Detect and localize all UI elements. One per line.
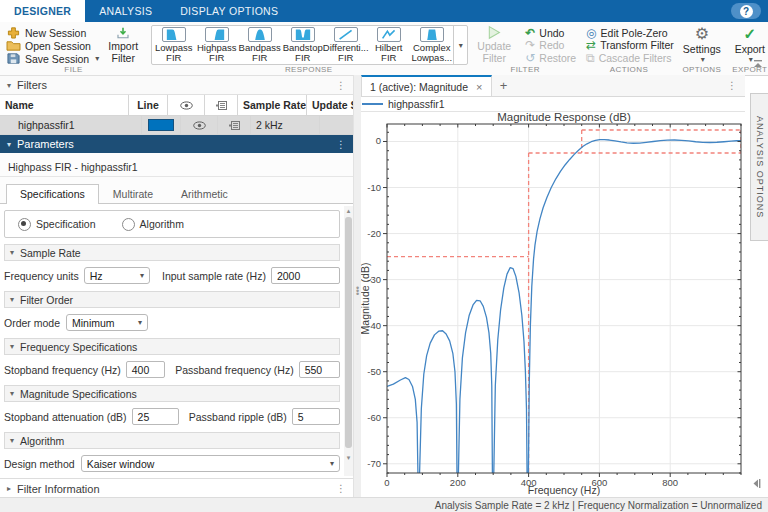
cascade-filters-button[interactable]: ⧉ Cascade Filters: [586, 52, 674, 64]
analysis-pane: 1 (active): Magnitude × + ⋮ highpassfir1…: [361, 75, 745, 498]
import-filter-button[interactable]: Import Filter: [101, 26, 145, 64]
magnitude-specs-section-header[interactable]: ▾ Magnitude Specifications: [4, 385, 340, 402]
sample-rate-section-header[interactable]: ▾ Sample Rate: [4, 244, 340, 261]
save-dropdown-icon[interactable]: ▾: [95, 54, 99, 63]
column-line[interactable]: Line: [129, 95, 168, 115]
svg-text:Magnitude (dB): Magnitude (dB): [361, 263, 371, 335]
complex-lowpass-fir-button[interactable]: ComplexLowpas...: [410, 26, 453, 64]
kebab-menu-icon[interactable]: ⋮: [336, 80, 346, 91]
magnitude-specs-row: Stopband attenuation (dB) 25 Passband ri…: [0, 407, 344, 426]
update-filter-play-icon: [483, 25, 505, 40]
parameters-section-header[interactable]: ▾ Parameters ⋮: [0, 135, 353, 153]
tab-arithmetic[interactable]: Arithmetic: [167, 184, 242, 203]
radio-algorithm[interactable]: Algorithm: [122, 218, 184, 231]
passband-ripple-field[interactable]: 5: [292, 408, 340, 425]
scrollbar-thumb[interactable]: [345, 217, 352, 448]
new-session-button[interactable]: New Session: [6, 26, 99, 39]
update-filter-button[interactable]: Update Filter: [472, 24, 516, 64]
kebab-menu-icon: ⋮: [727, 80, 737, 91]
help-button[interactable]: ?: [731, 3, 761, 19]
kebab-menu-icon[interactable]: ⋮: [336, 483, 346, 494]
file-section-label: FILE: [0, 65, 147, 74]
line-color-swatch[interactable]: [148, 119, 174, 131]
stopband-frequency-field[interactable]: 400: [126, 361, 165, 378]
stopband-attenuation-field[interactable]: 25: [132, 408, 179, 425]
filter-order-section-header[interactable]: ▾ Filter Order: [4, 291, 340, 308]
left-panel: ▾ Filters ⋮ Name Line: [0, 75, 353, 498]
collapse-icon: ▾: [10, 389, 14, 398]
scroll-up-icon[interactable]: ▴: [344, 206, 353, 215]
highpass-fir-button[interactable]: HighpassFIR: [195, 26, 238, 64]
passband-frequency-field[interactable]: 550: [299, 361, 340, 378]
radio-button-icon[interactable]: [18, 218, 31, 231]
tab-specifications[interactable]: Specifications: [6, 184, 99, 204]
radio-button-icon[interactable]: [122, 218, 135, 231]
save-session-button[interactable]: Save Session ▾: [6, 52, 99, 65]
column-visibility[interactable]: [168, 95, 205, 115]
collapse-icon: ▾: [10, 342, 14, 351]
filter-properties-cell[interactable]: [218, 116, 251, 134]
kebab-menu-icon[interactable]: ⋮: [336, 139, 346, 150]
frequency-units-select[interactable]: Hz ▾: [84, 267, 150, 284]
new-session-plus-icon: [6, 26, 21, 39]
import-filter-icon: [113, 27, 133, 40]
response-gallery-dropdown[interactable]: ▾: [453, 26, 467, 64]
input-sample-rate-field[interactable]: 2000: [271, 267, 340, 284]
minimize-ribbon-button[interactable]: [753, 54, 763, 72]
filter-row-highpassfir1[interactable]: highpassfir1 2 kHz: [0, 116, 353, 135]
filter-name-cell[interactable]: highpassfir1: [0, 116, 142, 134]
redo-button[interactable]: ↷ Redo: [525, 39, 576, 51]
analysis-options-side-tab[interactable]: ANALYSIS OPTIONS: [750, 93, 768, 241]
column-properties[interactable]: [205, 95, 238, 115]
plot-legend[interactable]: highpassfir1: [361, 97, 745, 112]
edit-pole-zero-button[interactable]: ◎ Edit Pole-Zero: [586, 27, 674, 39]
settings-button[interactable]: ⚙ Settings ▾: [680, 24, 724, 64]
restore-button[interactable]: ↺ Restore: [525, 52, 576, 64]
filters-section-header[interactable]: ▾ Filters ⋮: [0, 75, 353, 95]
collapse-side-panel-button[interactable]: [752, 474, 761, 492]
filter-visibility-cell[interactable]: [181, 116, 218, 134]
scroll-down-icon[interactable]: ▾: [344, 453, 353, 462]
properties-panel-icon: [216, 101, 227, 110]
svg-text:-10: -10: [367, 182, 381, 193]
actions-section-label: ACTIONS: [580, 65, 678, 74]
figure-tab-menu[interactable]: ⋮: [719, 75, 745, 96]
column-update-status[interactable]: Update Status: [307, 95, 353, 115]
filter-line-cell[interactable]: [142, 116, 181, 134]
parameters-subtitle: Highpass FIR - highpassfir1: [0, 153, 353, 177]
svg-text:0: 0: [384, 477, 389, 488]
magnitude-figure-tab[interactable]: 1 (active): Magnitude ×: [361, 75, 492, 96]
tab-multirate[interactable]: Multirate: [99, 184, 167, 203]
transform-filter-button[interactable]: ⇄ Transform Filter: [586, 39, 674, 51]
magnitude-response-plot[interactable]: 02004006008000-10-20-30-40-50-60-70Magni…: [361, 112, 745, 498]
parameters-scrollbar[interactable]: ▴ ▾: [344, 206, 353, 476]
undo-button[interactable]: ↶ Undo: [525, 27, 576, 39]
new-figure-tab-button[interactable]: +: [492, 75, 516, 96]
hilbert-fir-button[interactable]: Hilbert FIR: [367, 26, 410, 64]
differentiator-fir-button[interactable]: Differenti...FIR: [324, 26, 367, 64]
close-tab-icon[interactable]: ×: [476, 81, 482, 93]
radio-specification[interactable]: Specification: [18, 218, 96, 231]
save-disk-icon: [6, 52, 21, 65]
frequency-specs-section-header[interactable]: ▾ Frequency Specifications: [4, 338, 340, 355]
design-method-select[interactable]: Kaiser window ▾: [81, 455, 340, 472]
bandpass-fir-button[interactable]: BandpassFIR: [238, 26, 281, 64]
tab-analysis[interactable]: ANALYSIS: [85, 0, 166, 22]
tab-designer[interactable]: DESIGNER: [0, 0, 85, 22]
collapse-left-icon: [752, 479, 761, 488]
algorithm-section-header[interactable]: ▾ Algorithm: [4, 432, 340, 449]
filter-information-header[interactable]: ▸ Filter Information ⋮: [0, 478, 353, 498]
order-mode-select[interactable]: Minimum ▾: [66, 314, 148, 331]
tab-display-options[interactable]: DISPLAY OPTIONS: [166, 0, 292, 22]
column-name[interactable]: Name: [0, 95, 129, 115]
svg-text:0: 0: [376, 135, 381, 146]
column-sample-rate[interactable]: Sample Rate: [238, 95, 307, 115]
highpass-icon: [205, 27, 229, 42]
magnitude-response-chart[interactable]: 02004006008000-10-20-30-40-50-60-70Magni…: [361, 112, 745, 500]
bandstop-fir-button[interactable]: BandstopFIR: [281, 26, 324, 64]
ribbon-section-response: LowpassFIR HighpassFIR BandpassFIR Bands…: [147, 22, 470, 75]
lowpass-fir-button[interactable]: LowpassFIR: [152, 26, 195, 64]
filters-header-label: Filters: [17, 79, 47, 91]
open-session-button[interactable]: Open Session: [6, 39, 99, 52]
ribbon: New Session Open Session Save Session ▾ …: [0, 22, 768, 76]
